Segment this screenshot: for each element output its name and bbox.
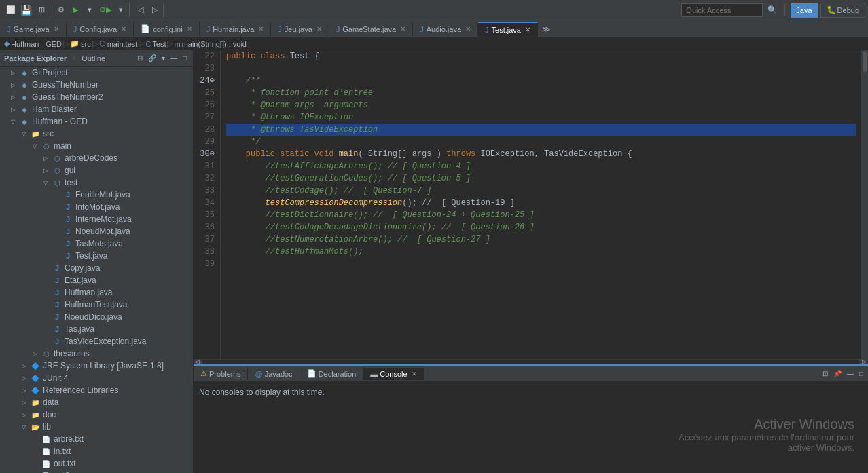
project-icon: ◆: [19, 79, 30, 90]
tree-item-noeudmot[interactable]: J NoeudMot.java: [0, 225, 193, 238]
debug-perspective-btn[interactable]: 🐛 Debug: [820, 3, 865, 18]
debug-run-btn[interactable]: ⚙▶: [97, 3, 113, 18]
java-perspective-btn[interactable]: Java: [791, 3, 817, 18]
tab-console[interactable]: ▬ Console ✕: [363, 368, 424, 380]
tree-label: in.txt: [54, 447, 71, 456]
tab-config-java[interactable]: J Config.java ✕: [67, 22, 134, 36]
java-file-icon: J: [52, 311, 62, 322]
build-btn[interactable]: ⚙: [54, 3, 68, 18]
link-editor-btn[interactable]: 🔗: [146, 54, 158, 62]
forward-btn[interactable]: ▷: [148, 3, 162, 18]
search-icon[interactable]: 🔍: [765, 3, 779, 18]
tab-humain-java[interactable]: J Humain.java ✕: [200, 22, 272, 36]
tree-item-hamblaster[interactable]: ▷ ◆ Ham Blaster: [0, 103, 193, 115]
vertical-scrollbar[interactable]: [861, 50, 868, 359]
run-dropdown[interactable]: ▾: [83, 3, 96, 18]
tree-item-huffmantest[interactable]: J HuffmanTest.java: [0, 299, 193, 311]
breadcrumb-src[interactable]: src: [81, 40, 91, 48]
java-file-icon: J: [62, 226, 73, 237]
tab-config-ini[interactable]: 📄 config.ini ✕: [134, 22, 199, 36]
tree-item-noeud[interactable]: J NoeudDico.java: [0, 311, 193, 323]
tree-item-testjava[interactable]: J Test.java: [0, 250, 193, 262]
close-tab-icon[interactable]: ✕: [412, 371, 417, 377]
tree-item-data[interactable]: ▷ 📁 data: [0, 396, 193, 409]
tree-item-gui[interactable]: ▷ ⬡ gui: [0, 164, 193, 176]
tab-gamestate-java[interactable]: J GameState.java ✕: [329, 22, 413, 36]
tree-item-test[interactable]: ▽ ⬡ test: [0, 176, 193, 189]
tree-item-huffman[interactable]: ▽ ◆ Huffman - GED: [0, 115, 193, 128]
close-icon[interactable]: ✕: [400, 25, 405, 33]
tree-item-internemot[interactable]: J InterneMot.java: [0, 213, 193, 225]
sidebar-header: Package Explorer × Outline ⊟ 🔗 ▾ — □: [0, 50, 193, 67]
close-icon[interactable]: ✕: [465, 25, 471, 33]
breadcrumb-method[interactable]: main(String[]) : void: [182, 40, 247, 48]
tree-item-huffmanjava[interactable]: J Huffman.java: [0, 286, 193, 299]
collapse-all-btn[interactable]: ⊟: [135, 54, 145, 62]
quick-access-input[interactable]: [681, 3, 763, 17]
debug-dropdown[interactable]: ▾: [114, 3, 128, 18]
tree-item-tasvide[interactable]: J TasVideException.java: [0, 335, 193, 347]
tab-test-java[interactable]: J Test.java ✕: [478, 22, 538, 37]
close-icon[interactable]: ✕: [187, 25, 192, 33]
close-icon[interactable]: ✕: [54, 25, 59, 33]
tab-jeu-java[interactable]: J Jeu.java ✕: [271, 22, 329, 36]
tree-item-junit[interactable]: ▷ 🔷 JUnit 4: [0, 372, 193, 384]
back-btn[interactable]: ◁: [134, 3, 147, 18]
tree-item-infomot[interactable]: J InfoMot.java: [0, 201, 193, 213]
tab-problems[interactable]: ⚠ Problems: [194, 367, 248, 380]
save-all-btn[interactable]: ⊞: [35, 3, 48, 18]
tree-item-doc[interactable]: ▷ 📁 doc: [0, 409, 193, 421]
maximize-sidebar-btn[interactable]: □: [181, 54, 189, 62]
tab-declaration[interactable]: 📄 Declaration: [300, 367, 364, 380]
tree-item-guessnumber[interactable]: ▷ ◆ GuessTheNumber: [0, 79, 193, 91]
save-btn[interactable]: 💾: [18, 3, 34, 18]
maximize-btn[interactable]: □: [857, 369, 865, 378]
tab-audio-java[interactable]: J Audio.java ✕: [413, 22, 478, 36]
java-file-icon: J: [52, 287, 62, 298]
code-line-29: */: [226, 136, 856, 148]
tree-item-tas[interactable]: J Tas.java: [0, 323, 193, 335]
open-console-btn[interactable]: ⊡: [820, 369, 830, 378]
run-btn[interactable]: ▶: [69, 3, 82, 18]
tree-item-main[interactable]: ▽ ⬡ main: [0, 140, 193, 152]
outline-title[interactable]: Outline: [82, 54, 105, 62]
tree-item-tasmots[interactable]: J TasMots.java: [0, 238, 193, 250]
sidebar-menu-btn[interactable]: ▾: [160, 54, 167, 62]
tree-item-lib[interactable]: ▽ 📂 lib: [0, 421, 193, 433]
pin-btn[interactable]: 📌: [831, 369, 844, 378]
sidebar-actions: ⊟ 🔗 ▾ — □: [135, 54, 189, 62]
code-editor[interactable]: public class Test { /** * fonction point…: [221, 50, 861, 359]
tree-item-gitproject[interactable]: ▷ ◆ GitProject: [0, 67, 193, 79]
tree-item-out2[interactable]: 📄 out2.txt: [0, 470, 193, 473]
minimize-btn[interactable]: —: [845, 369, 856, 378]
close-icon[interactable]: ✕: [121, 25, 126, 33]
close-icon[interactable]: ✕: [258, 25, 264, 33]
tree-item-jre[interactable]: ▷ 🔷 JRE System Library [JavaSE-1.8]: [0, 360, 193, 372]
code-line-30: public static void main( String[] args )…: [226, 148, 856, 160]
tree-item-etat[interactable]: J Etat.java: [0, 274, 193, 286]
breadcrumb-method-icon: m: [174, 40, 180, 48]
tab-javadoc[interactable]: @ Javadoc: [248, 368, 300, 380]
tab-game-java[interactable]: J Game.java ✕: [0, 22, 67, 36]
close-icon[interactable]: ✕: [525, 26, 530, 33]
tree-item-in[interactable]: 📄 in.txt: [0, 445, 193, 457]
tree-item-thesaurus[interactable]: ▷ ⬡ thesaurus: [0, 347, 193, 360]
tree-item-arbre[interactable]: 📄 arbre.txt: [0, 433, 193, 445]
breadcrumb-project[interactable]: Huffman - GED: [11, 40, 62, 48]
tree-item-out[interactable]: 📄 out.txt: [0, 457, 193, 470]
minimize-sidebar-btn[interactable]: —: [168, 54, 179, 62]
tree-label: data: [43, 398, 58, 407]
tab-overflow-btn[interactable]: ≫: [538, 22, 555, 37]
breadcrumb-class[interactable]: Test: [152, 40, 166, 48]
close-icon[interactable]: ✕: [317, 25, 322, 33]
breadcrumb-package[interactable]: main.test: [107, 40, 138, 48]
tree-item-copy[interactable]: J Copy.java: [0, 262, 193, 274]
tree-item-reflibs[interactable]: ▷ 🔷 Referenced Libraries: [0, 384, 193, 396]
horizontal-scrollbar[interactable]: ◁ ▷: [194, 359, 868, 364]
tree-item-guessnumber2[interactable]: ▷ ◆ GuessTheNumber2: [0, 91, 193, 103]
new-btn[interactable]: ⬜: [4, 3, 18, 18]
code-line-25: * fonction point d'entrée: [226, 87, 856, 99]
tree-item-src[interactable]: ▽ 📁 src: [0, 128, 193, 140]
tree-item-feuillemot[interactable]: J FeuilleMot.java: [0, 189, 193, 201]
tree-item-arbredecodes[interactable]: ▷ ⬡ arbreDeCodes: [0, 152, 193, 164]
